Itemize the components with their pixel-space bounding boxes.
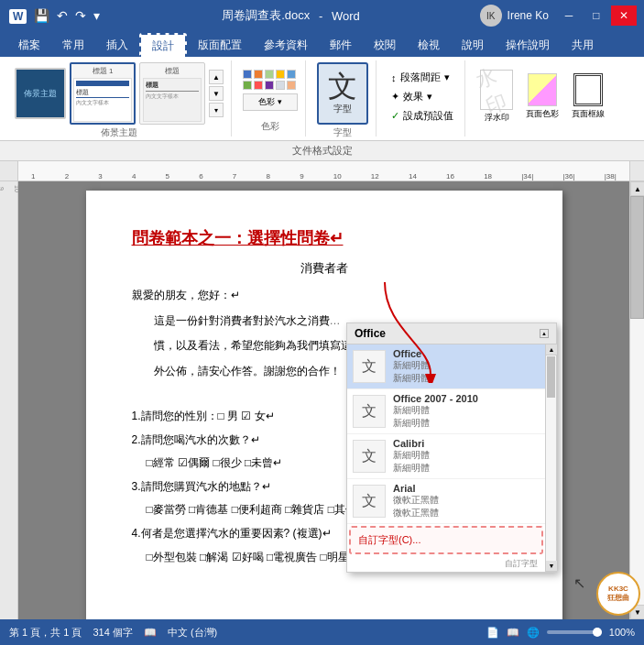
font-dropdown: Office ▲ 文 Office 新細明體 新細明體 xyxy=(346,322,557,573)
watermark-btn[interactable]: 水印 浮水印 xyxy=(476,66,517,127)
custom-font-item[interactable]: 自訂字型(C)... xyxy=(349,526,543,554)
effects-label: 效果 xyxy=(403,90,423,104)
status-left: 第 1 頁，共 1 頁 314 個字 📖 中文 (台灣) xyxy=(9,626,217,640)
page-color-label: 頁面色彩 xyxy=(526,108,559,120)
tab-home[interactable]: 常用 xyxy=(51,33,95,57)
save-quick-btn[interactable]: 💾 xyxy=(32,6,51,25)
themes-label: 佈景主題 xyxy=(101,126,137,141)
effects-item[interactable]: ✦ 效果 ▾ xyxy=(387,88,457,105)
font-info-office2007: Office 2007 - 2010 新細明體 新細明體 xyxy=(393,393,540,430)
color-yellow xyxy=(276,70,285,79)
colors-label: 色彩 xyxy=(261,120,279,135)
dropdown-title: Office xyxy=(355,327,386,340)
colors-btn[interactable]: 色彩 ▾ xyxy=(243,93,298,111)
redo-btn[interactable]: ↷ xyxy=(73,6,88,25)
dropdown-scrollbar: ▲ ▼ xyxy=(545,344,556,572)
view-read-btn[interactable]: 📖 xyxy=(507,627,519,639)
font-list: 文 Office 新細明體 新細明體 文 xyxy=(347,344,545,572)
tab-help[interactable]: 說明 xyxy=(451,33,495,57)
word-icon-btn[interactable]: W xyxy=(7,6,28,25)
ruler-marks: 12345 678910 12141618 |34||36||38| xyxy=(18,172,629,180)
ribbon-tabs: 檔案 常用 插入 設計 版面配置 參考資料 郵件 校閱 檢視 說明 操作說明 共… xyxy=(0,31,644,57)
font-sub2-calibri: 新細明體 xyxy=(393,462,540,475)
tab-mailings[interactable]: 郵件 xyxy=(319,33,363,57)
font-type-button[interactable]: 文 字型 xyxy=(317,62,368,125)
colors-content: 色彩 ▾ xyxy=(243,62,298,118)
font-item-office2007[interactable]: 文 Office 2007 - 2010 新細明體 新細明體 xyxy=(347,389,545,434)
dropdown-collapse-btn[interactable]: ▲ xyxy=(540,329,549,338)
customize-btn[interactable]: ▾ xyxy=(92,6,102,25)
font-name-calibri: Calibri xyxy=(393,438,540,449)
scroll-up-btn[interactable]: ▲ xyxy=(630,181,644,196)
dropdown-scroll-up[interactable]: ▲ xyxy=(546,344,557,355)
dropdown-scroll-down[interactable]: ▼ xyxy=(546,561,557,572)
user-name: Irene Ko xyxy=(508,9,549,22)
page-border-label: 頁面框線 xyxy=(572,108,605,120)
page-color-btn[interactable]: 頁面色彩 xyxy=(522,70,562,124)
tab-insert[interactable]: 插入 xyxy=(95,33,139,57)
font-item-arial[interactable]: 文 Arial 微軟正黑體 微軟正黑體 xyxy=(347,479,545,524)
font-item-office[interactable]: 文 Office 新細明體 新細明體 xyxy=(347,344,545,389)
font-name-office: Office xyxy=(393,348,540,359)
theme-item-title[interactable]: 標題 標題 內文文字樣本 xyxy=(139,62,205,125)
watermark-icon-box: 水印 xyxy=(480,70,513,110)
color-orange xyxy=(254,70,263,79)
theme-item-standard[interactable]: 標題 1 標題 內文文字樣本 xyxy=(70,62,136,125)
user-avatar: IK xyxy=(480,5,502,27)
ribbon-group-watermark: 水印 浮水印 頁面色彩 頁面框線 xyxy=(469,60,616,137)
theme-gallery-content: 佈景主題 標題 1 標題 內文文字樣本 xyxy=(15,62,224,125)
dropdown-content: 文 Office 新細明體 新細明體 文 xyxy=(347,344,556,572)
quick-access: W 💾 ↶ ↷ ▾ xyxy=(7,6,102,25)
view-normal-btn[interactable]: 📄 xyxy=(486,627,499,639)
tab-layout[interactable]: 版面配置 xyxy=(187,33,253,57)
maximize-btn[interactable]: □ xyxy=(584,5,609,26)
undo-btn[interactable]: ↶ xyxy=(55,6,70,25)
font-preview-calibri: 文 xyxy=(353,440,386,473)
title-bar-left: W 💾 ↶ ↷ ▾ xyxy=(7,6,102,25)
title-bar-center: 周卷調查表.docx - Word xyxy=(222,7,359,24)
title-bar: W 💾 ↶ ↷ ▾ 周卷調查表.docx - Word IK Irene Ko … xyxy=(0,0,644,31)
scrollbar-track[interactable] xyxy=(630,196,644,605)
gallery-more[interactable]: ▾ xyxy=(209,103,224,117)
doc-area[interactable]: 問卷範本之一：選擇性問卷↵ 消費者者 親愛的朋友，您好：↵ 這是一份針對消費者對… xyxy=(18,181,629,619)
theme-gallery: 標題 1 標題 內文文字樣本 標題 標題 xyxy=(70,62,205,125)
page-border-btn[interactable]: 頁面框線 xyxy=(568,70,608,124)
gallery-down[interactable]: ▼ xyxy=(209,86,224,101)
ribbon-group-themes: 佈景主題 標題 1 標題 內文文字樣本 xyxy=(7,60,232,137)
font-sub1-office: 新細明體 xyxy=(393,359,540,372)
font-sub2-office2007: 新細明體 xyxy=(393,417,540,430)
tab-share[interactable]: 共用 xyxy=(561,33,605,57)
ribbon-group-colors: 色彩 ▾ 色彩 xyxy=(235,60,306,137)
para-content: ↕ 段落間距 ▾ ✦ 效果 ▾ ✓ 設成預設值 xyxy=(387,62,457,131)
bottom-logo: KK3C狂想曲 xyxy=(596,572,640,616)
font-info-arial: Arial 微軟正黑體 微軟正黑體 xyxy=(393,483,540,519)
color-lime xyxy=(243,81,252,90)
theme-main-btn[interactable]: 佈景主題 xyxy=(15,68,66,119)
view-web-btn[interactable]: 🌐 xyxy=(527,627,540,639)
effects-chevron-icon: ▾ xyxy=(427,91,432,103)
tab-tell-me[interactable]: 操作說明 xyxy=(495,33,561,57)
font-name-office2007: Office 2007 - 2010 xyxy=(393,393,540,404)
gallery-up[interactable]: ▲ xyxy=(209,70,224,84)
close-btn[interactable]: ✕ xyxy=(611,5,637,26)
tab-review[interactable]: 校閱 xyxy=(363,33,407,57)
zoom-slider[interactable] xyxy=(547,630,602,634)
tab-file[interactable]: 檔案 xyxy=(7,33,51,57)
tab-design[interactable]: 設計 xyxy=(139,33,187,57)
paragraph-spacing-item[interactable]: ↕ 段落間距 ▾ xyxy=(387,69,457,86)
font-item-calibri[interactable]: 文 Calibri 新細明體 新細明體 xyxy=(347,434,545,479)
ruler: 12345 678910 12141618 |34||36||38| xyxy=(18,161,629,180)
watermark-content: 水印 浮水印 頁面色彩 頁面框線 xyxy=(476,62,608,131)
color-purple xyxy=(265,81,274,90)
color-green xyxy=(265,70,274,79)
gallery-arrows: ▲ ▼ ▾ xyxy=(209,70,224,117)
minimize-btn[interactable]: ─ xyxy=(556,5,582,26)
set-default-item[interactable]: ✓ 設成預設值 xyxy=(387,107,457,125)
color-gray xyxy=(276,81,285,90)
tab-view[interactable]: 檢視 xyxy=(407,33,451,57)
format-bar: 文件格式設定 xyxy=(0,141,644,161)
set-default-label: 設成預設值 xyxy=(403,109,453,123)
font-sub1-calibri: 新細明體 xyxy=(393,449,540,462)
app-label: Word xyxy=(332,9,360,23)
tab-references[interactable]: 參考資料 xyxy=(253,33,319,57)
